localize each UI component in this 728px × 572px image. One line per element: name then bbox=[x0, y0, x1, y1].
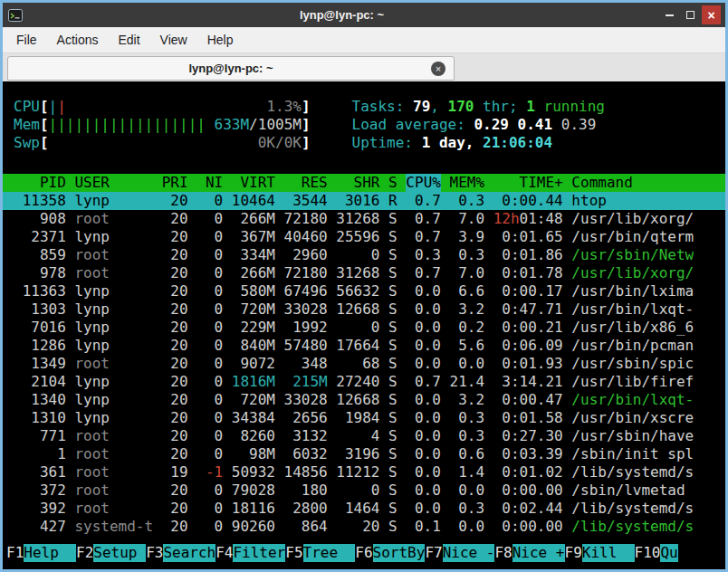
menu-file[interactable]: File bbox=[6, 27, 47, 52]
cell-shr: 56632 bbox=[336, 282, 379, 300]
cell-shr: 0 bbox=[336, 481, 379, 500]
fn-key-f5[interactable]: F5 bbox=[285, 544, 302, 562]
menu-edit[interactable]: Edit bbox=[108, 27, 149, 52]
terminal-window: lynp@lyn-pc: ~ × File Actions Edit View … bbox=[0, 0, 728, 572]
text-segment: 633M bbox=[215, 116, 250, 133]
mem-meter: Mem[|||||||||||||||||| 633M/1005M] bbox=[14, 116, 311, 134]
close-button[interactable]: × bbox=[702, 5, 721, 24]
cell-ni: 0 bbox=[196, 518, 223, 536]
fn-key-f9[interactable]: F9 bbox=[565, 544, 582, 562]
cell-shr: 1464 bbox=[336, 500, 379, 518]
fn-label-f1[interactable]: Help bbox=[24, 544, 76, 562]
htop-header-area: CPU[|| 1.3%] Mem[|||||||||||||||||| 633M… bbox=[3, 98, 725, 152]
fn-label-f4[interactable]: Filter bbox=[233, 544, 285, 562]
process-row-selected[interactable]: 11358lynp2001046435443016R0.70.30:00.44h… bbox=[3, 192, 725, 210]
fn-key-f2[interactable]: F2 bbox=[76, 544, 93, 562]
cell-res: 6032 bbox=[284, 445, 328, 463]
cell-virt: 1816M bbox=[232, 373, 275, 391]
fn-key-f10[interactable]: F10 bbox=[635, 544, 661, 562]
cell-shr: 3016 bbox=[336, 192, 379, 210]
menu-view[interactable]: View bbox=[150, 27, 197, 52]
text-segment: 1 day, bbox=[422, 134, 483, 151]
cell-pid: 1349 bbox=[14, 355, 66, 373]
column-header-cpu[interactable]: CPU% bbox=[406, 174, 441, 192]
text-segment: /1005M bbox=[249, 116, 302, 133]
cell-cmd: /usr/lib/firef bbox=[571, 373, 694, 391]
process-row[interactable]: 1286lynp200840M5748017664S0.05.60:06.09/… bbox=[3, 337, 725, 355]
cell-shr: 68 bbox=[336, 355, 379, 373]
process-row[interactable]: 1340lynp200720M3302812668S0.03.20:00.47/… bbox=[3, 391, 725, 409]
cell-mem: 7.0 bbox=[450, 210, 485, 228]
fn-label-f10[interactable]: Qu bbox=[660, 544, 677, 562]
fn-key-f6[interactable]: F6 bbox=[355, 544, 372, 562]
process-row[interactable]: 2371lynp200367M4046025596S0.73.90:01.65/… bbox=[3, 228, 725, 246]
cell-cmd: /lib/systemd/s bbox=[571, 500, 694, 518]
column-header-res[interactable]: RES bbox=[284, 174, 328, 192]
process-row[interactable]: 1310lynp2003438426561984S0.00.30:01.58/u… bbox=[3, 409, 725, 427]
menu-actions[interactable]: Actions bbox=[47, 27, 109, 52]
minimize-button[interactable] bbox=[660, 5, 679, 24]
fn-label-f6[interactable]: SortBy bbox=[373, 544, 426, 562]
column-header-shr[interactable]: SHR bbox=[336, 174, 379, 192]
column-header-ni[interactable]: NI bbox=[196, 174, 223, 192]
cell-cmd: /usr/bin/pcman bbox=[571, 337, 694, 355]
cell-pid: 11363 bbox=[14, 282, 66, 300]
tab-close-icon[interactable]: × bbox=[431, 62, 445, 76]
cell-time: 0:06.09 bbox=[493, 337, 563, 355]
process-row[interactable]: 361root19-1509321485611212S0.01.40:01.02… bbox=[3, 463, 725, 481]
column-header-cmd[interactable]: Command bbox=[571, 174, 632, 192]
cell-res: 180 bbox=[284, 481, 328, 500]
fn-key-f8[interactable]: F8 bbox=[494, 544, 512, 562]
fn-label-f7[interactable]: Nice - bbox=[443, 544, 495, 562]
column-header-mem[interactable]: MEM% bbox=[450, 174, 485, 192]
process-row[interactable]: 2104lynp2001816M215M27240S0.721.43:14.21… bbox=[3, 373, 725, 391]
cell-mem: 21.4 bbox=[450, 373, 485, 391]
column-header-pid[interactable]: PID bbox=[14, 174, 66, 192]
cell-mem: 0.0 bbox=[450, 481, 485, 500]
column-header-s[interactable]: S bbox=[388, 174, 398, 192]
cell-mem: 6.6 bbox=[450, 282, 485, 300]
process-row[interactable]: 771root200826031324S0.00.30:27.30/usr/sb… bbox=[3, 427, 725, 445]
column-header-pri[interactable]: PRI bbox=[162, 174, 188, 192]
process-row[interactable]: 908root200266M7218031268S0.77.012h01:48/… bbox=[3, 210, 725, 228]
process-row[interactable]: 392root2001811628001464S0.00.30:02.44/li… bbox=[3, 500, 725, 518]
process-row[interactable]: 372root200790281800S0.00.00:00.00/sbin/l… bbox=[3, 481, 725, 500]
fn-key-f7[interactable]: F7 bbox=[425, 544, 442, 562]
column-header-virt[interactable]: VIRT bbox=[232, 174, 275, 192]
cell-ni: 0 bbox=[196, 355, 223, 373]
terminal-app-icon[interactable] bbox=[7, 7, 24, 24]
process-row[interactable]: 7016lynp200229M19920S0.00.20:00.21/usr/l… bbox=[3, 319, 725, 337]
terminal-icon bbox=[8, 8, 23, 23]
cell-virt: 8260 bbox=[232, 427, 275, 445]
cell-ni: 0 bbox=[196, 246, 223, 264]
maximize-button[interactable] bbox=[681, 5, 700, 24]
cell-ni: 0 bbox=[196, 427, 223, 445]
cpu-meter: CPU[|| 1.3%] bbox=[14, 98, 311, 116]
process-row[interactable]: 11363lynp200580M6749656632S0.06.60:00.17… bbox=[3, 282, 725, 300]
column-header-time[interactable]: TIME+ bbox=[493, 174, 563, 192]
fn-key-f3[interactable]: F3 bbox=[146, 544, 163, 562]
cell-s: S bbox=[388, 264, 398, 282]
fn-key-f1[interactable]: F1 bbox=[6, 544, 24, 562]
process-row[interactable]: 859root200334M29600S0.30.30:01.86/usr/sb… bbox=[3, 246, 725, 264]
cell-pri: 20 bbox=[162, 518, 188, 536]
cell-virt: 580M bbox=[232, 282, 275, 300]
fn-label-f8[interactable]: Nice + bbox=[512, 544, 565, 562]
fn-label-f5[interactable]: Tree bbox=[303, 544, 356, 562]
fn-key-f4[interactable]: F4 bbox=[216, 544, 233, 562]
cell-s: S bbox=[388, 355, 398, 373]
process-row[interactable]: 978root200266M7218031268S0.77.00:01.78/u… bbox=[3, 264, 725, 282]
fn-label-f9[interactable]: Kill bbox=[582, 544, 635, 562]
fn-label-f3[interactable]: Search bbox=[163, 544, 216, 562]
column-header-user[interactable]: USER bbox=[74, 174, 153, 192]
process-row[interactable]: 427systemd-t2009026086420S0.10.00:00.00/… bbox=[3, 518, 725, 536]
process-row[interactable]: 1349root200907234868S0.00.00:01.93/usr/s… bbox=[3, 355, 725, 373]
cell-ni: 0 bbox=[196, 409, 223, 427]
cell-time: 0:00.00 bbox=[493, 481, 563, 500]
terminal-tab[interactable]: lynp@lyn-pc: ~ × bbox=[7, 56, 455, 81]
fn-label-f2[interactable]: Setup bbox=[93, 544, 146, 562]
menu-help[interactable]: Help bbox=[197, 27, 244, 52]
process-row[interactable]: 1root20098M60323196S0.00.60:03.39/sbin/i… bbox=[3, 445, 725, 463]
process-row[interactable]: 1303lynp200720M3302812668S0.03.20:47.71/… bbox=[3, 300, 725, 319]
cell-user: root bbox=[74, 355, 153, 373]
